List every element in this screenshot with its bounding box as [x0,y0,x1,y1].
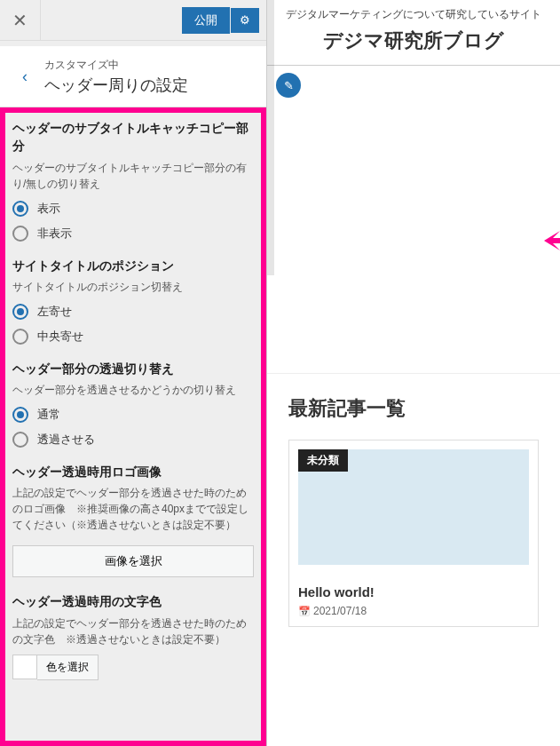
post-thumbnail: 未分類 [298,449,529,565]
post-title: Hello world! [298,584,529,599]
publish-button[interactable]: 公開 [182,7,230,34]
close-button[interactable]: ✕ [0,0,41,41]
radio-input-transparent[interactable] [12,432,28,448]
radio-center[interactable]: 中央寄せ [12,329,254,345]
radio-left[interactable]: 左寄せ [12,304,254,320]
section-header: ‹ カスタマイズ中 ヘッダー周りの設定 [0,46,266,107]
radio-label: 透過させる [37,432,95,448]
post-date: 2021/07/18 [298,605,529,617]
radio-label: 非表示 [37,226,72,242]
radio-normal[interactable]: 通常 [12,407,254,423]
select-image-button[interactable]: 画像を選択 [12,545,254,577]
radio-transparent[interactable]: 透過させる [12,432,254,448]
customizer-panel: ✕ 公開 ⚙ ‹ カスタマイズ中 ヘッダー周りの設定 ヘッダーのサブタイトルキャ… [0,0,266,746]
control-description: ヘッダー部分を透過させるかどうかの切り替え [12,382,254,398]
section-title: ヘッダー周りの設定 [44,75,254,96]
radio-label: 表示 [37,201,60,217]
control-label: ヘッダー透過時用の文字色 [12,593,254,611]
header-divider [267,65,560,66]
radio-hide[interactable]: 非表示 [12,226,254,242]
pencil-icon: ✎ [284,79,294,92]
control-title-position: サイトタイトルのポジション サイトタイトルのポジション切替え 左寄せ 中央寄せ [12,258,254,345]
edit-shortcut-button[interactable]: ✎ [276,73,301,98]
controls-scroll-area[interactable]: ヘッダーのサブタイトルキャッチコピー部分 ヘッダーのサブタイトルキャッチコピー部… [0,107,266,746]
control-description: 上記の設定でヘッダー部分を透過させた時のためのロゴ画像 ※推奨画像の高さ40px… [12,485,254,533]
control-description: 上記の設定でヘッダー部分を透過させた時のための文字色 ※透過させないときは設定不… [12,615,254,647]
control-header-transparent: ヘッダー部分の透過切り替え ヘッダー部分を透過させるかどうかの切り替え 通常 透… [12,361,254,448]
radio-label: 左寄せ [37,304,72,320]
post-category-badge: 未分類 [298,449,348,472]
select-color-button[interactable]: 色を選択 [37,655,99,680]
color-swatch[interactable] [12,655,37,679]
control-label: ヘッダーのサブタイトルキャッチコピー部分 [12,120,254,156]
control-subtitle-catch: ヘッダーのサブタイトルキャッチコピー部分 ヘッダーのサブタイトルキャッチコピー部… [12,120,254,242]
radio-input-hide[interactable] [12,226,28,242]
control-label: ヘッダー部分の透過切り替え [12,361,254,378]
section-subtitle: カスタマイズ中 [44,58,254,73]
radio-input-show[interactable] [12,201,28,217]
posts-heading: 最新記事一覧 [288,395,539,422]
topbar: ✕ 公開 ⚙ [0,0,266,41]
scroll-shadow [267,0,274,275]
control-label: サイトタイトルのポジション [12,258,254,275]
back-button[interactable]: ‹ [12,55,37,98]
annotation-arrow-icon [542,227,560,254]
control-label: ヘッダー透過時用ロゴ画像 [12,464,254,481]
posts-section: 最新記事一覧 未分類 Hello world! 2021/07/18 [267,373,560,648]
control-trans-color: ヘッダー透過時用の文字色 上記の設定でヘッダー部分を透過させた時のための文字色 … [12,593,254,679]
control-trans-logo: ヘッダー透過時用ロゴ画像 上記の設定でヘッダー部分を透過させた時のためのロゴ画像… [12,464,254,577]
site-title: デジマ研究所ブログ [267,28,560,65]
radio-input-normal[interactable] [12,407,28,423]
radio-input-left[interactable] [12,304,28,320]
radio-input-center[interactable] [12,329,28,345]
settings-gear-button[interactable]: ⚙ [231,8,259,33]
radio-label: 中央寄せ [37,329,83,345]
control-description: サイトタイトルのポジション切替え [12,279,254,295]
radio-show[interactable]: 表示 [12,201,254,217]
radio-label: 通常 [37,407,60,423]
post-card[interactable]: 未分類 Hello world! 2021/07/18 [288,440,539,627]
site-tagline: デジタルマーケティングについて研究しているサイト [267,0,560,28]
control-description: ヘッダーのサブタイトルキャッチコピー部分の有り/無しの切り替え [12,160,254,192]
gear-icon: ⚙ [240,13,250,27]
preview-pane: デジタルマーケティングについて研究しているサイト デジマ研究所ブログ ✎ 最新記… [266,0,560,746]
